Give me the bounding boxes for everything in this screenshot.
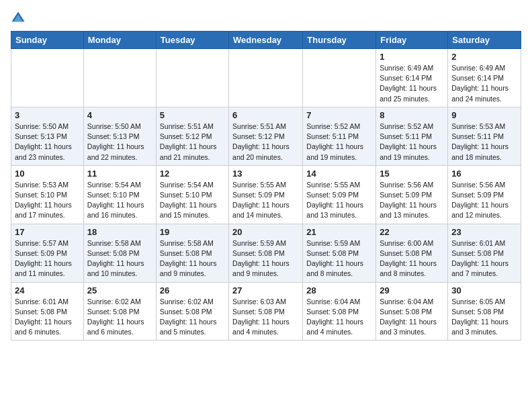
weekday-header-wednesday: Wednesday (229, 32, 303, 49)
day-cell-26: 26Sunrise: 6:02 AM Sunset: 5:08 PM Dayli… (156, 282, 228, 340)
day-info: Sunrise: 5:59 AM Sunset: 5:08 PM Dayligh… (232, 239, 290, 278)
day-number: 1 (380, 52, 444, 62)
logo (11, 11, 28, 26)
day-number: 17 (15, 227, 80, 237)
weekday-header-monday: Monday (83, 32, 156, 49)
day-cell-29: 29Sunrise: 6:04 AM Sunset: 5:08 PM Dayli… (376, 282, 448, 340)
day-cell-14: 14Sunrise: 5:55 AM Sunset: 5:09 PM Dayli… (303, 165, 376, 224)
day-info: Sunrise: 5:52 AM Sunset: 5:11 PM Dayligh… (306, 122, 363, 161)
day-info: Sunrise: 6:49 AM Sunset: 6:14 PM Dayligh… (380, 64, 437, 103)
day-cell-25: 25Sunrise: 6:02 AM Sunset: 5:08 PM Dayli… (83, 282, 156, 340)
day-cell-24: 24Sunrise: 6:01 AM Sunset: 5:08 PM Dayli… (11, 282, 84, 340)
day-info: Sunrise: 5:54 AM Sunset: 5:10 PM Dayligh… (160, 181, 217, 220)
weekday-header-saturday: Saturday (448, 32, 521, 49)
day-info: Sunrise: 5:52 AM Sunset: 5:11 PM Dayligh… (380, 122, 437, 161)
day-info: Sunrise: 6:02 AM Sunset: 5:08 PM Dayligh… (160, 298, 217, 336)
day-info: Sunrise: 5:53 AM Sunset: 5:10 PM Dayligh… (15, 181, 72, 220)
day-cell-17: 17Sunrise: 5:57 AM Sunset: 5:09 PM Dayli… (11, 224, 84, 282)
day-number: 30 (451, 285, 517, 295)
day-cell-4: 4Sunrise: 5:50 AM Sunset: 5:13 PM Daylig… (83, 107, 156, 165)
day-info: Sunrise: 6:05 AM Sunset: 5:08 PM Dayligh… (451, 298, 508, 336)
day-cell-12: 12Sunrise: 5:54 AM Sunset: 5:10 PM Dayli… (156, 165, 228, 224)
calendar-header: SundayMondayTuesdayWednesdayThursdayFrid… (11, 32, 521, 49)
day-number: 11 (87, 169, 152, 179)
day-cell-9: 9Sunrise: 5:53 AM Sunset: 5:11 PM Daylig… (448, 107, 521, 165)
day-info: Sunrise: 5:58 AM Sunset: 5:08 PM Dayligh… (160, 239, 217, 278)
day-cell-30: 30Sunrise: 6:05 AM Sunset: 5:08 PM Dayli… (448, 282, 521, 340)
day-cell-10: 10Sunrise: 5:53 AM Sunset: 5:10 PM Dayli… (11, 165, 84, 224)
day-cell-11: 11Sunrise: 5:54 AM Sunset: 5:10 PM Dayli… (83, 165, 156, 224)
day-number: 13 (232, 169, 299, 179)
day-number: 29 (380, 285, 444, 295)
weekday-header-sunday: Sunday (11, 32, 84, 49)
day-number: 23 (451, 227, 517, 237)
day-number: 6 (232, 110, 299, 120)
day-number: 19 (160, 227, 225, 237)
calendar-body: 1Sunrise: 6:49 AM Sunset: 6:14 PM Daylig… (11, 49, 521, 340)
day-number: 16 (451, 169, 517, 179)
day-number: 12 (160, 169, 225, 179)
calendar-page: SundayMondayTuesdayWednesdayThursdayFrid… (0, 0, 532, 347)
day-cell-6: 6Sunrise: 5:51 AM Sunset: 5:12 PM Daylig… (229, 107, 303, 165)
day-cell-7: 7Sunrise: 5:52 AM Sunset: 5:11 PM Daylig… (303, 107, 376, 165)
day-info: Sunrise: 6:04 AM Sunset: 5:08 PM Dayligh… (380, 298, 437, 336)
logo-text (11, 11, 28, 26)
logo-icon (11, 11, 26, 26)
day-number: 7 (306, 110, 372, 120)
day-info: Sunrise: 5:50 AM Sunset: 5:13 PM Dayligh… (15, 122, 72, 161)
day-cell-27: 27Sunrise: 6:03 AM Sunset: 5:08 PM Dayli… (229, 282, 303, 340)
day-number: 21 (306, 227, 372, 237)
day-info: Sunrise: 5:54 AM Sunset: 5:10 PM Dayligh… (87, 181, 144, 220)
weekday-header-tuesday: Tuesday (156, 32, 228, 49)
day-number: 20 (232, 227, 299, 237)
day-info: Sunrise: 5:59 AM Sunset: 5:08 PM Dayligh… (306, 239, 363, 278)
day-number: 26 (160, 285, 225, 295)
day-cell-3: 3Sunrise: 5:50 AM Sunset: 5:13 PM Daylig… (11, 107, 84, 165)
day-info: Sunrise: 5:51 AM Sunset: 5:12 PM Dayligh… (232, 122, 290, 161)
day-cell-5: 5Sunrise: 5:51 AM Sunset: 5:12 PM Daylig… (156, 107, 228, 165)
day-number: 3 (15, 110, 80, 120)
day-cell-16: 16Sunrise: 5:56 AM Sunset: 5:09 PM Dayli… (448, 165, 521, 224)
weekday-header-friday: Friday (376, 32, 448, 49)
day-number: 27 (232, 285, 299, 295)
empty-cell (156, 49, 228, 107)
empty-cell (303, 49, 376, 107)
day-info: Sunrise: 5:56 AM Sunset: 5:09 PM Dayligh… (380, 181, 437, 220)
week-row-4: 17Sunrise: 5:57 AM Sunset: 5:09 PM Dayli… (11, 224, 521, 282)
week-row-5: 24Sunrise: 6:01 AM Sunset: 5:08 PM Dayli… (11, 282, 521, 340)
week-row-1: 1Sunrise: 6:49 AM Sunset: 6:14 PM Daylig… (11, 49, 521, 107)
day-info: Sunrise: 6:00 AM Sunset: 5:08 PM Dayligh… (380, 239, 437, 278)
day-cell-8: 8Sunrise: 5:52 AM Sunset: 5:11 PM Daylig… (376, 107, 448, 165)
day-number: 9 (451, 110, 517, 120)
day-number: 22 (380, 227, 444, 237)
day-cell-22: 22Sunrise: 6:00 AM Sunset: 5:08 PM Dayli… (376, 224, 448, 282)
day-cell-23: 23Sunrise: 6:01 AM Sunset: 5:08 PM Dayli… (448, 224, 521, 282)
day-cell-2: 2Sunrise: 6:49 AM Sunset: 6:14 PM Daylig… (448, 49, 521, 107)
day-number: 10 (15, 169, 80, 179)
day-info: Sunrise: 5:50 AM Sunset: 5:13 PM Dayligh… (87, 122, 144, 161)
day-cell-15: 15Sunrise: 5:56 AM Sunset: 5:09 PM Dayli… (376, 165, 448, 224)
day-info: Sunrise: 5:53 AM Sunset: 5:11 PM Dayligh… (451, 122, 508, 161)
week-row-3: 10Sunrise: 5:53 AM Sunset: 5:10 PM Dayli… (11, 165, 521, 224)
day-cell-1: 1Sunrise: 6:49 AM Sunset: 6:14 PM Daylig… (376, 49, 448, 107)
day-info: Sunrise: 5:55 AM Sunset: 5:09 PM Dayligh… (232, 181, 290, 220)
day-info: Sunrise: 5:58 AM Sunset: 5:08 PM Dayligh… (87, 239, 144, 278)
calendar-table: SundayMondayTuesdayWednesdayThursdayFrid… (11, 31, 521, 340)
day-number: 2 (451, 52, 517, 62)
day-info: Sunrise: 6:49 AM Sunset: 6:14 PM Dayligh… (451, 64, 508, 103)
day-number: 15 (380, 169, 444, 179)
day-cell-20: 20Sunrise: 5:59 AM Sunset: 5:08 PM Dayli… (229, 224, 303, 282)
weekday-row: SundayMondayTuesdayWednesdayThursdayFrid… (11, 32, 521, 49)
day-info: Sunrise: 6:04 AM Sunset: 5:08 PM Dayligh… (306, 298, 363, 336)
day-cell-13: 13Sunrise: 5:55 AM Sunset: 5:09 PM Dayli… (229, 165, 303, 224)
day-info: Sunrise: 6:03 AM Sunset: 5:08 PM Dayligh… (232, 298, 290, 336)
day-info: Sunrise: 6:01 AM Sunset: 5:08 PM Dayligh… (15, 298, 72, 336)
day-number: 5 (160, 110, 225, 120)
day-info: Sunrise: 6:01 AM Sunset: 5:08 PM Dayligh… (451, 239, 508, 278)
empty-cell (11, 49, 84, 107)
day-info: Sunrise: 6:02 AM Sunset: 5:08 PM Dayligh… (87, 298, 144, 336)
header (11, 11, 521, 26)
day-number: 18 (87, 227, 152, 237)
empty-cell (229, 49, 303, 107)
empty-cell (83, 49, 156, 107)
